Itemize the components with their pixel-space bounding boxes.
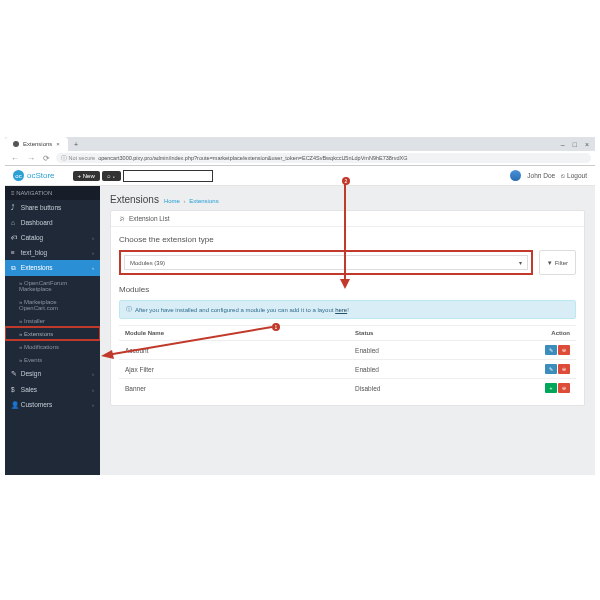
th-status: Status: [349, 326, 409, 341]
modules-table: Module Name Status Action AccountEnabled…: [119, 325, 576, 397]
modules-heading: Modules: [119, 285, 576, 294]
tab-title: Extensions: [23, 141, 52, 147]
breadcrumb: Home › Extensions: [164, 198, 219, 204]
logo-icon: oc: [13, 170, 24, 181]
sidebar-item-extensions[interactable]: ⧉ Extensions›: [5, 260, 100, 276]
content-area: Extensions Home › Extensions ⛭ Extension…: [100, 186, 595, 475]
table-row: BannerDisabled+⊖: [119, 379, 576, 398]
sidebar-item-dashboard[interactable]: ⌂ Dashboard: [5, 215, 100, 230]
delete-button[interactable]: ⊖: [558, 383, 570, 393]
browser-tab[interactable]: Extensions ×: [5, 137, 68, 151]
avatar[interactable]: [510, 170, 521, 181]
sidebar-subitem[interactable]: » OpenCartForum Marketplace: [5, 276, 100, 295]
url-text: opencart3000.pixy.pro/admin/index.php?ro…: [98, 155, 407, 161]
install-button[interactable]: +: [545, 383, 557, 393]
logo[interactable]: oc ocStore: [5, 170, 63, 181]
app-topbar: oc ocStore + New ⌕ ▾ John Doe ⎋ Logout: [5, 166, 595, 186]
sidebar-subitem[interactable]: » Extensions: [5, 327, 100, 340]
choose-label: Choose the extension type: [119, 235, 576, 244]
sidebar-subitem[interactable]: » Events: [5, 353, 100, 366]
new-tab-button[interactable]: +: [68, 141, 84, 148]
sidebar-item-sales[interactable]: $ Sales›: [5, 382, 100, 397]
edit-button[interactable]: ✎: [545, 364, 557, 374]
tab-favicon: [13, 141, 19, 147]
table-row: AccountEnabled✎⊖: [119, 341, 576, 360]
security-badge: ⓘ Not secure: [61, 155, 95, 162]
sidebar-subitem[interactable]: » Marketplace OpenCart.com: [5, 295, 100, 314]
new-button[interactable]: + New: [73, 171, 100, 181]
th-name: Module Name: [119, 326, 349, 341]
sidebar-subitem[interactable]: » Modifications: [5, 340, 100, 353]
address-bar[interactable]: ⓘ Not secure opencart3000.pixy.pro/admin…: [56, 153, 591, 163]
info-alert: ⓘ After you have installed and configure…: [119, 300, 576, 319]
forward-button[interactable]: →: [25, 154, 37, 163]
th-action: Action: [409, 326, 576, 341]
reload-button[interactable]: ⟳: [41, 154, 52, 163]
sidebar-item-share-buttons[interactable]: ⤴ Share buttons: [5, 200, 100, 215]
back-button[interactable]: ←: [9, 154, 21, 163]
minimize-icon[interactable]: –: [561, 141, 565, 148]
search-toggle[interactable]: ⌕ ▾: [102, 171, 122, 181]
sidebar: ≡ NAVIGATION ⤴ Share buttons⌂ Dashboard🏷…: [5, 186, 100, 475]
logout-button[interactable]: ⎋ Logout: [561, 172, 587, 179]
browser-tabs: Extensions × + – □ ×: [5, 137, 595, 151]
sidebar-item-catalog[interactable]: 🏷 Catalog›: [5, 230, 100, 245]
filter-button[interactable]: ▼ Filter: [539, 250, 576, 275]
user-name[interactable]: John Doe: [527, 172, 555, 179]
extension-type-select-highlight: Modules (39) ▾: [119, 250, 533, 275]
extension-type-select[interactable]: Modules (39) ▾: [124, 255, 528, 270]
panel-heading: ⛭ Extension List: [111, 211, 584, 227]
crumb-home[interactable]: Home: [164, 198, 180, 204]
delete-button[interactable]: ⊖: [558, 364, 570, 374]
edit-button[interactable]: ✎: [545, 345, 557, 355]
crumb-current[interactable]: Extensions: [189, 198, 218, 204]
sidebar-heading: ≡ NAVIGATION: [5, 186, 100, 200]
table-row: Ajax FilterEnabled✎⊖: [119, 360, 576, 379]
logo-text: ocStore: [27, 171, 55, 180]
close-icon[interactable]: ×: [56, 141, 60, 147]
delete-button[interactable]: ⊖: [558, 345, 570, 355]
chevron-down-icon: ▾: [519, 259, 522, 266]
page-title: Extensions: [110, 194, 159, 205]
annotation-callout-1: 1: [272, 323, 280, 331]
sidebar-item-text_blog[interactable]: ≡ text_blog›: [5, 245, 100, 260]
sidebar-item-design[interactable]: ✎ Design›: [5, 366, 100, 382]
alert-link[interactable]: here: [335, 307, 347, 313]
sidebar-item-customers[interactable]: 👤 Customers›: [5, 397, 100, 413]
maximize-icon[interactable]: □: [573, 141, 577, 148]
annotation-callout-2: 2: [342, 177, 350, 185]
window-close-icon[interactable]: ×: [585, 141, 589, 148]
sidebar-subitem[interactable]: » Installer: [5, 314, 100, 327]
search-input[interactable]: [123, 170, 213, 182]
info-icon: ⓘ: [126, 305, 132, 314]
